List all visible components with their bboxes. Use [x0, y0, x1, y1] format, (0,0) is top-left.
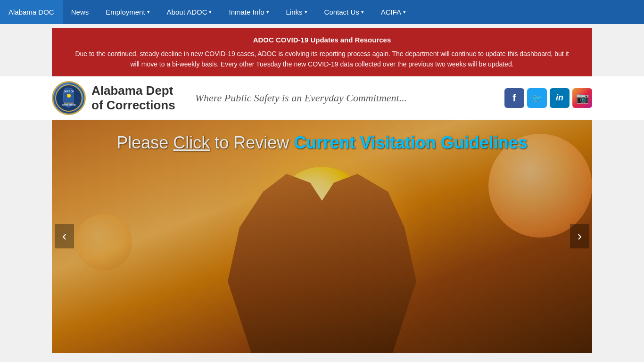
linkedin-button[interactable]: in — [550, 88, 570, 108]
employment-dropdown-arrow: ▾ — [147, 9, 150, 15]
nav-item-alabama-doc[interactable]: Alabama DOC — [0, 0, 63, 24]
carousel-slide-text: Please Click to Review Current Visitatio… — [52, 133, 592, 153]
nav-item-employment[interactable]: Employment ▾ — [97, 0, 158, 24]
site-header: DEPT OF CORRECTIONS ALABAMA Alabama Dept… — [0, 76, 644, 120]
svg-text:DEPT OF: DEPT OF — [64, 90, 74, 93]
links-dropdown-arrow: ▾ — [305, 9, 307, 15]
nav-item-acifa[interactable]: ACIFA ▾ — [372, 0, 414, 24]
carousel: Please Click to Review Current Visitatio… — [52, 120, 592, 353]
nav-item-about-adoc[interactable]: About ADOC ▾ — [158, 0, 221, 24]
carousel-prev-button[interactable]: ‹ — [55, 224, 74, 248]
svg-point-1 — [67, 94, 71, 98]
social-icons: f 🐦 in 📷 — [504, 88, 592, 108]
logo-circle-inner: DEPT OF CORRECTIONS ALABAMA — [54, 83, 83, 113]
carousel-highlight-text[interactable]: Current Visitation Guidelines — [294, 133, 527, 152]
covid-banner: ADOC COVID-19 Updates and Resources Due … — [52, 28, 592, 76]
about-adoc-dropdown-arrow: ▾ — [209, 9, 212, 15]
nav-item-news[interactable]: News — [63, 0, 98, 24]
acifa-dropdown-arrow: ▾ — [403, 9, 406, 15]
svg-text:ALABAMA: ALABAMA — [64, 102, 74, 104]
logo-text: Alabama Dept of Corrections — [91, 83, 175, 113]
nav-item-links[interactable]: Links ▾ — [278, 0, 316, 24]
tagline: Where Public Safety is an Everyday Commi… — [195, 92, 407, 104]
main-nav: Alabama DOC News Employment ▾ About ADOC… — [0, 0, 644, 24]
nav-item-inmate-info[interactable]: Inmate Info ▾ — [220, 0, 277, 24]
contact-us-dropdown-arrow: ▾ — [361, 9, 364, 15]
inmate-info-dropdown-arrow: ▾ — [266, 9, 269, 15]
twitter-button[interactable]: 🐦 — [527, 88, 547, 108]
carousel-prefix: Please — [116, 133, 168, 152]
carousel-overlay — [52, 120, 592, 353]
carousel-click-word[interactable]: Click — [173, 133, 210, 152]
logo-area: DEPT OF CORRECTIONS ALABAMA Alabama Dept… — [52, 81, 407, 115]
covid-banner-body: Due to the continued, steady decline in … — [71, 49, 573, 70]
covid-banner-title: ADOC COVID-19 Updates and Resources — [71, 34, 573, 46]
nav-item-contact-us[interactable]: Contact Us ▾ — [316, 0, 372, 24]
logo-circle: DEPT OF CORRECTIONS ALABAMA — [52, 81, 86, 115]
instagram-button[interactable]: 📷 — [572, 88, 592, 108]
carousel-next-button[interactable]: › — [570, 224, 589, 248]
facebook-button[interactable]: f — [504, 88, 524, 108]
